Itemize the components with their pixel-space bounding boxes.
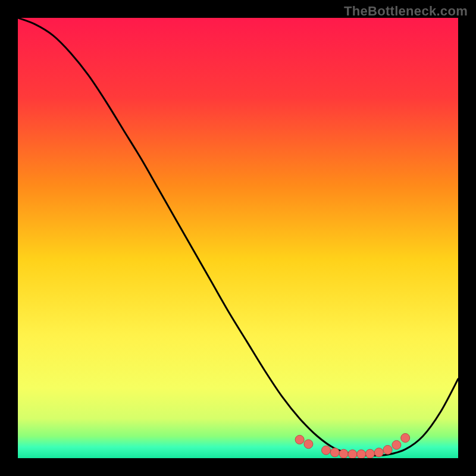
chart-svg [18,18,458,458]
marker-dot [383,445,392,454]
marker-dot [330,448,339,457]
marker-dot [392,440,401,449]
watermark-text: TheBottleneck.com [344,4,468,19]
marker-dot [295,435,304,444]
marker-dot [322,446,331,455]
marker-dot [401,433,410,442]
marker-dot [348,450,357,458]
marker-dot [357,450,366,458]
marker-dot [374,448,383,457]
marker-dot [366,449,375,458]
chart-plot-area [18,18,458,458]
marker-dot [304,440,313,449]
chart-frame: TheBottleneck.com [0,0,476,476]
marker-dot [339,449,348,458]
gradient-background [18,18,458,458]
